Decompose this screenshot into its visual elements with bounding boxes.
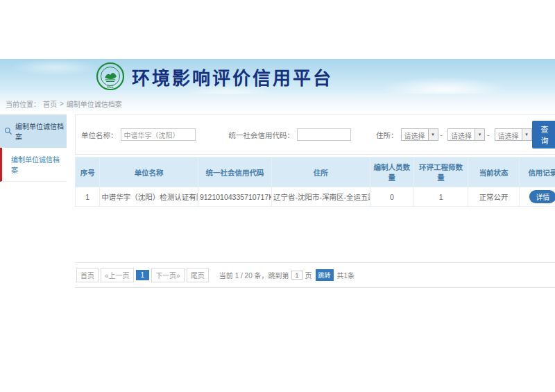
col-address: 住所 <box>272 157 370 187</box>
credit-code-input[interactable] <box>297 128 351 141</box>
city-select-value: 请选择 <box>448 129 475 140</box>
sidebar-item-label: 编制单位诚信档案 <box>11 156 60 174</box>
city-select[interactable]: 请选择 ▾ <box>447 128 485 141</box>
cell-status: 正常公开 <box>468 187 519 207</box>
col-engineer-count: 环评工程师数量 <box>414 157 468 187</box>
breadcrumb-home-link[interactable]: 首页 <box>43 99 57 109</box>
mee-logo-icon: MEE <box>96 62 125 91</box>
results-table: 序号 单位名称 统一社会信用代码 住所 编制人员数量 环评工程师数量 当前状态 … <box>75 157 555 207</box>
table-empty-area <box>75 207 555 262</box>
sidebar-header[interactable]: 编制单位诚信档案 <box>0 114 67 148</box>
total-records: 共1条 <box>337 270 355 280</box>
cell-credit-record: 详情 <box>520 187 555 207</box>
district-select-value: 请选择 <box>495 129 522 140</box>
jump-button[interactable]: 跳转 <box>316 269 334 281</box>
chevron-down-icon: ▾ <box>522 129 531 140</box>
province-select[interactable]: 请选择 ▾ <box>401 128 438 141</box>
top-whitespace <box>0 0 555 59</box>
site-banner: MEE 环境影响评价信用平台 <box>0 59 555 94</box>
district-select[interactable]: 请选择 ▾ <box>495 128 532 141</box>
sidebar: 编制单位诚信档案 编制单位诚信档案 <box>0 114 67 182</box>
cell-index: 1 <box>76 187 100 207</box>
page-info-prefix: 当前 <box>219 270 233 280</box>
cell-engineer-count[interactable]: 1 <box>414 187 468 207</box>
sidebar-header-label: 编制单位诚信档案 <box>15 121 65 142</box>
svg-text:MEE: MEE <box>107 85 114 89</box>
col-credit-record: 信用记录 <box>520 157 555 187</box>
unit-name-input[interactable] <box>121 128 196 141</box>
cell-address: 辽宁省-沈阳市-浑南区-全运五路35-1号楼902 <box>272 187 370 207</box>
col-index: 序号 <box>76 157 100 187</box>
page-number-input[interactable] <box>291 271 303 280</box>
col-credit-code: 统一社会信用代码 <box>198 157 271 187</box>
col-unit-name: 单位名称 <box>100 157 198 187</box>
page-next-button[interactable]: 下一页» <box>151 268 185 282</box>
page-info-mid: 1 / 20 条，跳到第 <box>235 270 289 280</box>
page-prev-button[interactable]: «上一页 <box>101 268 134 282</box>
chevron-down-icon: ▾ <box>475 129 484 140</box>
table-row: 1 中谱华宇（沈阳）检测认证有限公司 91210104335710717K 辽宁… <box>76 187 555 207</box>
site-title: 环境影响评价信用平台 <box>132 64 333 90</box>
search-filter-bar: 单位名称： 统一社会信用代码： 住所： 请选择 ▾ - 请选择 ▾ - 请选择 … <box>75 114 555 155</box>
breadcrumb-separator: > <box>60 100 64 108</box>
col-status: 当前状态 <box>468 157 519 187</box>
select-separator: - <box>441 130 443 139</box>
address-label: 住所： <box>376 130 398 140</box>
sidebar-item-credit-archive[interactable]: 编制单位诚信档案 <box>0 148 67 182</box>
cell-credit-code: 91210104335710717K <box>198 187 271 207</box>
page-current[interactable]: 1 <box>136 270 150 280</box>
chevron-down-icon: ▾ <box>428 129 438 140</box>
pagination-bar: 首页 «上一页 1 下一页» 尾页 当前 1 / 20 条，跳到第 页 跳转 共… <box>75 262 555 288</box>
province-select-value: 请选择 <box>402 129 428 140</box>
search-magnifier-icon <box>4 127 12 135</box>
col-staff-count: 编制人员数量 <box>370 157 414 187</box>
main-content: 单位名称： 统一社会信用代码： 住所： 请选择 ▾ - 请选择 ▾ - 请选择 … <box>75 114 555 288</box>
credit-code-label: 统一社会信用代码： <box>229 130 295 140</box>
cell-unit-name-link[interactable]: 中谱华宇（沈阳）检测认证有限公司 <box>100 187 198 207</box>
breadcrumb-current: 编制单位诚信档案 <box>67 99 122 109</box>
cell-staff-count[interactable]: 0 <box>370 187 414 207</box>
select-separator: - <box>487 130 490 139</box>
breadcrumb: 当前位置： 首页 > 编制单位诚信档案 <box>0 94 555 113</box>
breadcrumb-label: 当前位置： <box>6 99 40 109</box>
page-info-suffix: 页 <box>305 270 312 280</box>
page-first-button[interactable]: 首页 <box>76 268 99 282</box>
query-button[interactable]: 查询 <box>532 121 555 148</box>
page-last-button[interactable]: 尾页 <box>187 268 209 282</box>
detail-button[interactable]: 详情 <box>529 190 555 203</box>
unit-name-label: 单位名称： <box>81 130 118 140</box>
table-header-row: 序号 单位名称 统一社会信用代码 住所 编制人员数量 环评工程师数量 当前状态 … <box>76 157 555 187</box>
